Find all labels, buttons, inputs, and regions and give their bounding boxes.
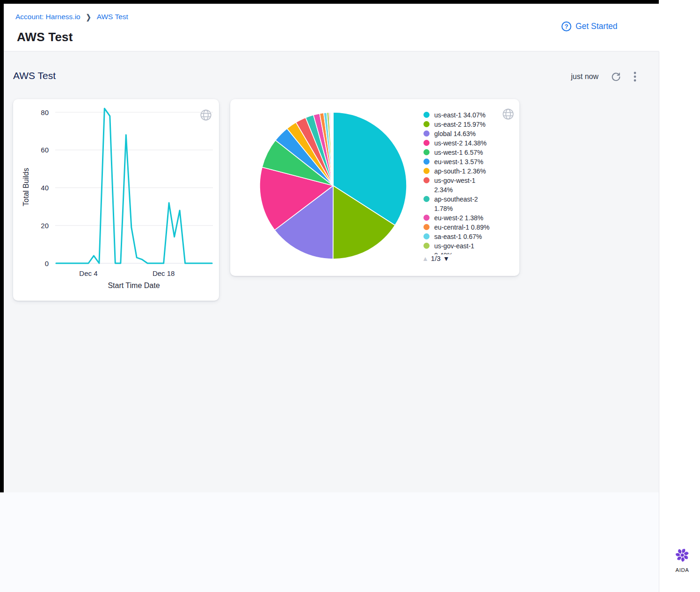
content-right-border (659, 51, 659, 592)
legend-page-up-button[interactable]: ▲ (422, 255, 429, 262)
legend-label: us-east-1 34.07% (434, 110, 486, 120)
legend-item-eu-west-2[interactable]: eu-west-2 1.38% (423, 213, 497, 223)
legend-label: eu-west-2 1.38% (434, 213, 483, 223)
legend-label: eu-central-1 0.89% (434, 223, 489, 232)
y-tick-label: 60 (41, 146, 49, 154)
total-builds-chart-card: 020406080Dec 4Dec 18 Total Builds Start … (13, 99, 219, 301)
legend-item-sa-east-1[interactable]: sa-east-1 0.67% (423, 232, 497, 241)
breadcrumb-account-link[interactable]: Account: Harness.io (15, 13, 80, 21)
legend-item-ap-southeast-2[interactable]: ap-southeast-21.78% (423, 195, 497, 213)
get-started-link[interactable]: ? Get Started (561, 22, 618, 31)
legend-dot (423, 140, 430, 146)
pie-legend: us-east-1 34.07%us-east-2 15.97%global 1… (423, 110, 497, 254)
legend-dot (423, 177, 430, 183)
legend-page-down-button[interactable]: ▼ (443, 255, 450, 262)
legend-label: us-east-2 15.97% (434, 120, 486, 129)
legend-item-eu-central-1[interactable]: eu-central-1 0.89% (423, 223, 497, 232)
total-builds-series-line[interactable] (56, 108, 212, 263)
legend-label: eu-west-1 3.57% (434, 157, 483, 166)
kebab-menu-icon (634, 71, 636, 82)
legend-item-us-gov-west-1[interactable]: us-gov-west-12.34% (423, 176, 497, 195)
legend-page-indicator: 1/3 (431, 254, 441, 262)
legend-dot (423, 168, 430, 174)
y-tick-label: 80 (41, 108, 49, 116)
legend-dot (423, 149, 430, 155)
legend-dot (423, 159, 430, 165)
refresh-button[interactable] (611, 72, 621, 82)
page-header: Account: Harness.io ❯ AWS Test AWS Test … (4, 4, 659, 51)
legend-label: us-west-1 6.57% (434, 148, 483, 157)
legend-label: us-gov-west-12.34% (434, 176, 475, 195)
window-frame-left (0, 4, 4, 492)
legend-item-eu-west-1[interactable]: eu-west-1 3.57% (423, 157, 497, 166)
legend-dot (423, 243, 430, 249)
legend-label: us-gov-east-10.48% (434, 241, 474, 254)
refresh-icon (611, 72, 621, 82)
dashboard-menu-button[interactable] (634, 71, 636, 82)
page-title: AWS Test (17, 30, 73, 44)
legend-dot (423, 112, 430, 118)
legend-dot (423, 215, 430, 221)
y-tick-label: 40 (41, 184, 49, 192)
right-gutter (659, 0, 700, 592)
legend-item-ap-south-1[interactable]: ap-south-1 2.36% (423, 166, 497, 176)
legend-dot (423, 121, 430, 127)
legend-pager: ▲ 1/3 ▼ (422, 254, 450, 262)
aida-flower-icon (673, 546, 691, 564)
dashboard-content: AWS Test just now (4, 51, 659, 492)
legend-item-us-east-2[interactable]: us-east-2 15.97% (423, 120, 497, 129)
legend-dot (423, 130, 430, 137)
dashboard-actions: just now (571, 71, 636, 82)
x-tick-label: Dec 18 (153, 269, 175, 277)
page: Account: Harness.io ❯ AWS Test AWS Test … (0, 0, 700, 592)
x-axis-label: Start Time Date (108, 282, 160, 290)
line-chart[interactable]: 020406080Dec 4Dec 18 (13, 99, 219, 301)
x-tick-label: Dec 4 (79, 269, 97, 277)
legend-label: ap-south-1 2.36% (434, 166, 486, 176)
legend-label: us-west-2 14.38% (434, 138, 487, 148)
legend-label: sa-east-1 0.67% (434, 232, 482, 241)
help-circle-icon: ? (561, 22, 571, 31)
chevron-right-icon: ❯ (86, 13, 91, 21)
legend-item-us-west-2[interactable]: us-west-2 14.38% (423, 138, 497, 148)
legend-item-global[interactable]: global 14.63% (423, 129, 497, 138)
region-pie-chart-card: us-east-1 34.07%us-east-2 15.97%global 1… (230, 99, 519, 276)
y-tick-label: 0 (45, 260, 49, 267)
legend-dot (423, 224, 430, 230)
legend-dot (423, 233, 430, 239)
legend-label: ap-southeast-21.78% (434, 195, 478, 213)
y-axis-label: Total Builds (22, 168, 30, 206)
legend-item-us-east-1[interactable]: us-east-1 34.07% (423, 110, 497, 120)
aida-widget[interactable]: AIDA (672, 546, 692, 573)
legend-dot (423, 196, 430, 202)
legend-item-us-gov-east-1[interactable]: us-gov-east-10.48% (423, 241, 497, 254)
legend-item-us-west-1[interactable]: us-west-1 6.57% (423, 148, 497, 157)
page-lower-area (0, 492, 659, 592)
breadcrumb: Account: Harness.io ❯ AWS Test (15, 13, 128, 21)
dashboard-title: AWS Test (13, 70, 56, 81)
get-started-label: Get Started (576, 22, 618, 31)
breadcrumb-current-link[interactable]: AWS Test (97, 13, 128, 21)
window-frame-top (0, 0, 700, 4)
legend-label: global 14.63% (434, 129, 476, 138)
last-refreshed-label: just now (571, 72, 598, 81)
aida-label: AIDA (672, 567, 692, 573)
y-tick-label: 20 (41, 222, 49, 230)
